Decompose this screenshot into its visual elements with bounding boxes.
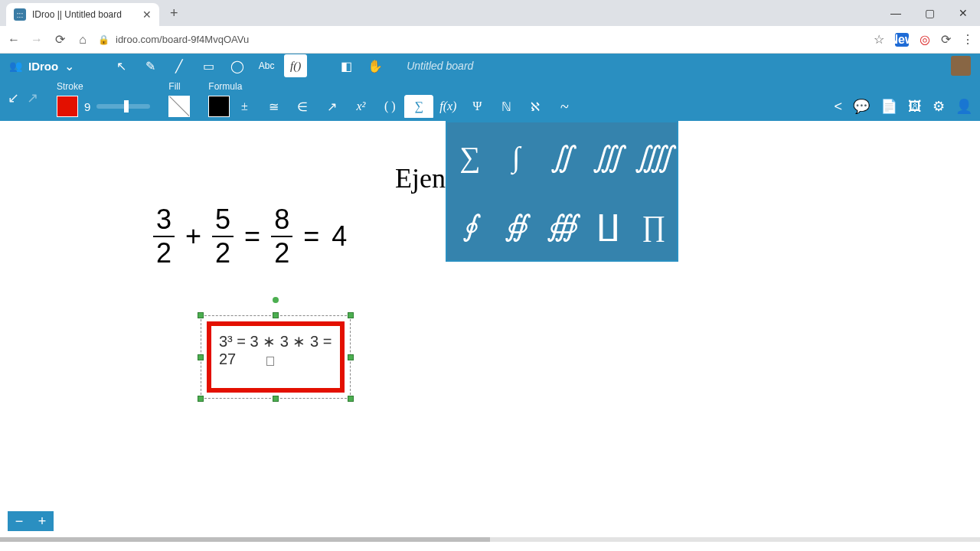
- formula-in[interactable]: ∈: [288, 95, 317, 118]
- formula-color-swatch[interactable]: [208, 96, 230, 117]
- symbol-integral[interactable]: ∫: [493, 122, 539, 191]
- symbol-double-integral[interactable]: ∬: [539, 122, 585, 191]
- tool-formula[interactable]: f(): [284, 54, 307, 77]
- resize-handle-n[interactable]: [273, 312, 279, 318]
- user-avatar[interactable]: [951, 56, 971, 76]
- tool-line[interactable]: ╱: [168, 54, 191, 77]
- tool-select[interactable]: ↖: [109, 54, 132, 77]
- tab-title: IDroo || Untitled board: [32, 9, 122, 20]
- extension-icon[interactable]: ◎: [920, 32, 930, 47]
- tool-rect[interactable]: ▭: [197, 54, 220, 77]
- text-ejem: Ejen: [395, 162, 446, 194]
- tool-eraser[interactable]: ◧: [335, 54, 358, 77]
- resize-handle-s[interactable]: [273, 396, 279, 402]
- app-toolbar: 👥 IDroo ⌄ ↖ ✎ ╱ ▭ ◯ Abc f() ◧ ✋ Untitled…: [0, 54, 980, 78]
- tab-bar: ::: IDroo || Untitled board ✕ + — ▢ ✕: [0, 0, 980, 26]
- formula-psi[interactable]: Ψ: [462, 95, 492, 118]
- app-logo[interactable]: IDroo: [28, 60, 58, 73]
- chat-icon[interactable]: 💬: [853, 98, 870, 115]
- formula-box-text: 3³ = 3 ∗ 3 ∗ 3 = 27: [219, 333, 332, 367]
- symbol-surface-integral[interactable]: ∯: [493, 191, 539, 260]
- formula-label: Formula: [208, 81, 579, 92]
- tab-favicon: :::: [14, 8, 26, 21]
- right-tools: < 💬 📄 🖼 ⚙ 👤: [834, 98, 972, 118]
- resize-handle-ne[interactable]: [348, 312, 354, 318]
- board-title[interactable]: Untitled board: [407, 60, 473, 72]
- symbol-coproduct[interactable]: ∐: [585, 191, 631, 260]
- fill-label: Fill: [168, 81, 190, 92]
- window-close[interactable]: ✕: [946, 2, 980, 24]
- zoom-control: − +: [8, 511, 54, 531]
- stroke-value: 9: [81, 100, 93, 113]
- zoom-in[interactable]: +: [31, 514, 54, 530]
- resize-handle-se[interactable]: [348, 396, 354, 402]
- canvas[interactable]: Ejen 32 + 52 = 82 = 4 3³ = 3 ∗ 3 ∗ 3 = 2…: [0, 121, 980, 542]
- selected-object[interactable]: 3³ = 3 ∗ 3 ∗ 3 = 27: [207, 321, 345, 393]
- window-minimize[interactable]: —: [879, 2, 913, 24]
- nav-home[interactable]: ⌂: [75, 33, 90, 47]
- stroke-slider[interactable]: [96, 104, 150, 109]
- formula-tilde[interactable]: ~: [550, 95, 579, 118]
- window-maximize[interactable]: ▢: [913, 2, 946, 24]
- resize-handle-nw[interactable]: [198, 312, 204, 318]
- edit-cursor: [266, 357, 274, 366]
- formula-aleph[interactable]: ℵ: [521, 95, 550, 118]
- symbol-sigma[interactable]: ∑: [447, 122, 493, 191]
- formula-arrow[interactable]: ↗: [317, 95, 346, 118]
- tool-pan[interactable]: ✋: [364, 54, 387, 77]
- formula-group: Formula ± ≅ ∈ ↗ x² ( ) ∑ f(x) Ψ ℕ ℵ ~: [208, 81, 579, 118]
- formula-sigma[interactable]: ∑: [404, 95, 433, 118]
- formula-nat[interactable]: ℕ: [492, 95, 521, 118]
- settings-icon[interactable]: ⚙: [933, 98, 945, 115]
- tool-text[interactable]: Abc: [255, 54, 278, 77]
- stroke-color-swatch[interactable]: [57, 96, 78, 117]
- formula-sq[interactable]: x²: [346, 95, 375, 118]
- formula-cong[interactable]: ≅: [259, 95, 288, 118]
- fill-group: Fill: [168, 81, 190, 118]
- symbol-contour-integral[interactable]: ∮: [447, 191, 493, 260]
- nav-back[interactable]: ←: [6, 33, 21, 47]
- tool-pen[interactable]: ✎: [139, 54, 162, 77]
- browser-tab[interactable]: ::: IDroo || Untitled board ✕: [6, 3, 159, 26]
- symbol-panel: ∑ ∫ ∬ ∭ ⨌ ∮ ∯ ∰ ∐ ∏: [446, 121, 678, 262]
- symbol-quad-integral[interactable]: ⨌: [631, 122, 677, 191]
- address-bar: ← → ⟳ ⌂ 🔒 idroo.com/board-9f4MvqOAVu ☆ N…: [0, 26, 980, 54]
- symbol-product[interactable]: ∏: [631, 191, 677, 260]
- nav-reload[interactable]: ⟳: [52, 32, 67, 47]
- image-icon[interactable]: 🖼: [908, 99, 922, 115]
- tab-close-icon[interactable]: ✕: [142, 8, 152, 21]
- formula-pm[interactable]: ±: [230, 95, 259, 118]
- bookmark-star-icon[interactable]: ☆: [874, 32, 884, 47]
- url-field[interactable]: 🔒 idroo.com/board-9f4MvqOAVu: [98, 34, 866, 45]
- symbol-triple-integral[interactable]: ∭: [585, 122, 631, 191]
- resize-handle-e[interactable]: [348, 354, 354, 360]
- tool-ellipse[interactable]: ◯: [226, 54, 249, 77]
- resize-handle-w[interactable]: [198, 354, 204, 360]
- fill-none-swatch[interactable]: [168, 96, 190, 117]
- horizontal-scrollbar[interactable]: [0, 537, 980, 542]
- formula-fractions[interactable]: 32 + 52 = 82 = 4: [153, 204, 348, 269]
- stroke-label: Stroke: [57, 81, 150, 92]
- browser-menu[interactable]: ⋮: [962, 32, 974, 47]
- expand-icon[interactable]: ↗: [27, 90, 38, 106]
- resize-handle-sw[interactable]: [198, 396, 204, 402]
- share-icon[interactable]: <: [834, 99, 842, 115]
- stroke-group: Stroke 9: [57, 81, 150, 118]
- lock-icon: 🔒: [98, 34, 109, 45]
- user-icon[interactable]: 👤: [956, 98, 972, 115]
- rotate-handle[interactable]: [273, 297, 279, 303]
- extension-icon-2[interactable]: ⟳: [941, 32, 951, 47]
- doc-icon[interactable]: 📄: [880, 98, 897, 115]
- sub-toolbar: ↙ ↗ Stroke 9 Fill Formula ± ≅ ∈ ↗ x² ( )…: [0, 78, 980, 121]
- window-controls: — ▢ ✕: [879, 2, 980, 24]
- zoom-out[interactable]: −: [8, 514, 31, 530]
- extension-new-icon[interactable]: New: [895, 33, 909, 47]
- collapse-icon[interactable]: ↙: [8, 90, 19, 106]
- formula-fx[interactable]: f(x): [433, 95, 462, 118]
- formula-paren[interactable]: ( ): [375, 95, 404, 118]
- formula-box[interactable]: 3³ = 3 ∗ 3 ∗ 3 = 27: [207, 321, 345, 393]
- logo-dropdown-icon[interactable]: ⌄: [64, 59, 74, 73]
- new-tab-button[interactable]: +: [159, 5, 189, 21]
- symbol-volume-integral[interactable]: ∰: [539, 191, 585, 260]
- nav-forward: →: [29, 33, 44, 47]
